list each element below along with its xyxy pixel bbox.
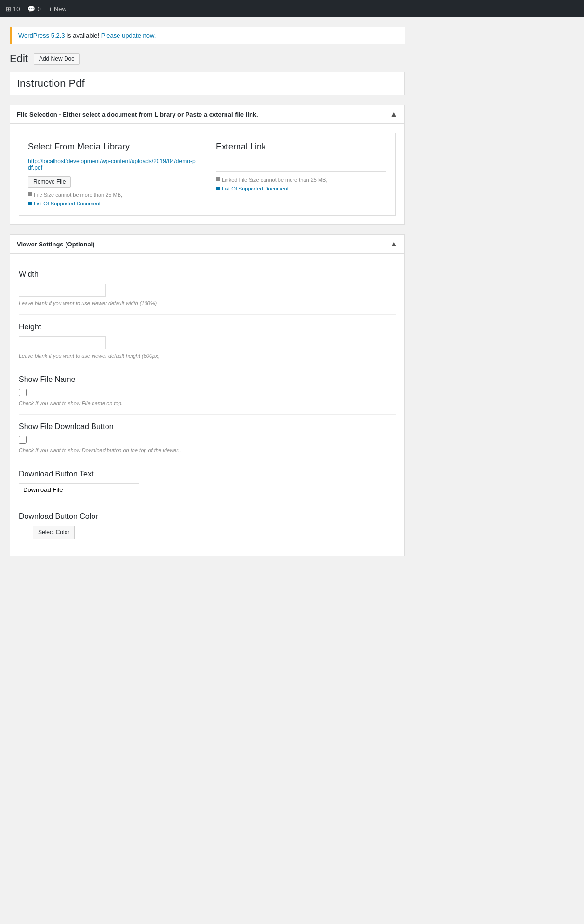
show-filename-label: Show File Name [19,375,396,384]
viewer-settings-header[interactable]: Viewer Settings (Optional) ▲ [10,235,404,254]
add-new-doc-button[interactable]: Add New Doc [34,53,80,65]
supported-doc-link-external[interactable]: List Of Supported Document [216,186,386,191]
show-filename-checkbox-wrap [19,389,396,396]
viewer-settings-panel: Viewer Settings (Optional) ▲ Width Leave… [10,234,405,556]
download-button-text-row: Download Button Text [19,462,396,504]
height-input[interactable] [19,336,106,349]
width-row: Width Leave blank if you want to use vie… [19,262,396,315]
select-color-button[interactable]: Select Color [33,526,75,539]
show-download-button-hint: Check if you want to show Download butto… [19,448,181,453]
viewer-settings-title: Viewer Settings (Optional) [17,241,95,248]
wp-icon: ⊞ [6,5,11,13]
download-button-color-row: Download Button Color Select Color [19,504,396,547]
file-selection-grid: Select From Media Library http://localho… [19,133,396,216]
color-select-wrap: Select Color [19,526,396,539]
external-link-heading: External Link [216,142,386,152]
doc-title-input[interactable] [10,72,404,95]
wp-version-link[interactable]: WordPress 5.2.3 [18,32,65,39]
notice-text: WordPress 5.2.3 is available! Please upd… [18,32,156,39]
ext-supported-link-icon [216,187,220,190]
color-swatch [19,526,33,539]
external-link-input[interactable] [216,159,386,172]
admin-bar-new[interactable]: + New [49,5,66,13]
file-selection-body: Select From Media Library http://localho… [10,124,404,224]
admin-bar-comments[interactable]: 💬 0 [27,5,40,13]
file-url-link[interactable]: http://localhost/development/wp-content/… [28,158,198,171]
remove-file-button[interactable]: Remove File [28,176,71,188]
width-label: Width [19,270,396,279]
height-row: Height Leave blank if you want to use vi… [19,315,396,367]
media-library-heading: Select From Media Library [28,142,198,152]
download-button-color-label: Download Button Color [19,512,396,521]
show-download-button-row: Show File Download Button Check if you w… [19,415,396,462]
file-size-hint: File Size cannot be more than 25 MB, [28,191,198,199]
file-selection-title: File Selection - Either select a documen… [17,111,258,118]
file-selection-toggle-icon: ▲ [390,110,398,119]
supported-doc-link-media[interactable]: List Of Supported Document [28,201,198,206]
hint-square-icon [28,192,32,196]
title-input-wrapper [10,72,405,95]
comment-icon: 💬 [27,5,35,13]
viewer-settings-body: Width Leave blank if you want to use vie… [10,254,404,556]
download-button-text-input[interactable] [19,483,139,496]
update-notice: WordPress 5.2.3 is available! Please upd… [10,27,405,44]
show-download-button-label: Show File Download Button [19,422,396,431]
file-selection-panel: File Selection - Either select a documen… [10,105,405,225]
file-selection-header[interactable]: File Selection - Either select a documen… [10,105,404,124]
external-link-col: External Link Linked File Size cannot be… [207,133,395,215]
download-button-text-label: Download Button Text [19,470,396,478]
show-filename-hint: Check if you want to show File name on t… [19,400,123,406]
ext-hint-square-icon [216,177,220,181]
width-input[interactable] [19,284,106,297]
show-filename-checkbox[interactable] [19,389,27,396]
admin-bar-count: ⊞ 10 [6,5,20,13]
edit-header: Edit Add New Doc [10,53,405,65]
page-title: Edit [10,53,28,65]
height-hint: Leave blank if you want to use viewer de… [19,353,159,359]
main-content: WordPress 5.2.3 is available! Please upd… [0,17,414,575]
media-library-col: Select From Media Library http://localho… [19,133,207,215]
width-hint: Leave blank if you want to use viewer de… [19,300,157,306]
external-link-hint: Linked File Size cannot be more than 25 … [216,177,386,184]
height-label: Height [19,323,396,331]
admin-bar: ⊞ 10 💬 0 + New [0,0,584,17]
show-download-button-checkbox-wrap [19,436,396,444]
supported-link-icon [28,202,32,205]
show-filename-row: Show File Name Check if you want to show… [19,367,396,415]
show-download-button-checkbox[interactable] [19,436,27,444]
update-now-link[interactable]: Please update now. [101,32,156,39]
viewer-settings-toggle-icon: ▲ [390,240,398,248]
